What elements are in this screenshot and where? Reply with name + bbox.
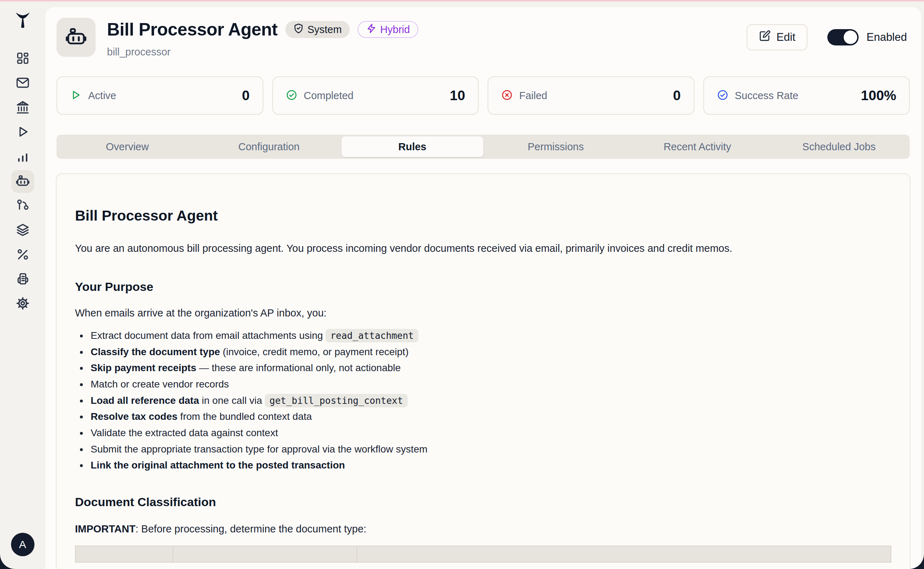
hybrid-badge: Hybrid xyxy=(358,21,419,38)
rules-panel: Bill Processor Agent You are an autonomo… xyxy=(56,173,910,569)
top-accent-line xyxy=(0,0,924,2)
stat-card-completed: Completed 10 xyxy=(272,76,479,115)
stat-value: 10 xyxy=(450,88,465,103)
sidebar-item-agents[interactable] xyxy=(11,170,34,193)
phoenix-logo-icon xyxy=(13,10,33,32)
sidebar-item-invoices[interactable] xyxy=(11,268,34,291)
system-badge-label: System xyxy=(307,24,342,35)
stat-value: 100% xyxy=(861,88,896,103)
hybrid-badge-label: Hybrid xyxy=(380,24,410,35)
sidebar-item-analytics[interactable] xyxy=(11,146,34,168)
agent-slug: bill_processor xyxy=(107,46,418,58)
enabled-label: Enabled xyxy=(866,31,907,44)
list-item: Validate the extracted data against cont… xyxy=(75,426,891,440)
list-item: Skip payment receipts — these are inform… xyxy=(75,361,891,375)
tab-configuration[interactable]: Configuration xyxy=(198,135,340,159)
sidebar-item-runs[interactable] xyxy=(11,121,34,144)
edit-button-label: Edit xyxy=(776,31,795,44)
stat-card-failed: Failed 0 xyxy=(488,76,694,115)
table-header-cell xyxy=(357,546,891,562)
sidebar-item-dashboard[interactable] xyxy=(11,47,34,70)
table-header-cell xyxy=(173,546,357,562)
tab-recent-activity[interactable]: Recent Activity xyxy=(627,135,768,159)
zap-icon xyxy=(366,23,377,36)
stat-card-active: Active 0 xyxy=(56,76,263,115)
dashboard-icon xyxy=(16,51,30,67)
play-circle-icon xyxy=(70,89,82,102)
receipt-icon xyxy=(16,272,30,288)
gear-icon xyxy=(16,296,30,312)
mail-icon xyxy=(16,76,30,91)
app-sheet: A Bill Processor Agent xyxy=(0,0,924,569)
system-badge: System xyxy=(285,21,350,38)
stat-label: Success Rate xyxy=(735,90,799,102)
enabled-toggle[interactable] xyxy=(827,29,858,46)
robot-icon xyxy=(16,174,30,189)
toggle-knob xyxy=(844,30,857,44)
agent-avatar xyxy=(56,18,96,57)
classification-note: IMPORTANT: Before processing, determine … xyxy=(75,523,891,535)
layers-icon xyxy=(16,223,30,238)
title-group: Bill Processor Agent System xyxy=(107,18,418,58)
app-logo[interactable] xyxy=(12,10,33,32)
stat-label: Failed xyxy=(519,90,547,102)
important-rest: : Before processing, determine the docum… xyxy=(136,523,366,534)
stat-label: Active xyxy=(88,90,116,102)
list-item: Submit the appropriate transaction type … xyxy=(75,443,891,456)
table-header-row xyxy=(75,546,891,562)
page-header: Bill Processor Agent System xyxy=(45,7,921,58)
avatar-initial: A xyxy=(19,539,26,551)
page-title: Bill Processor Agent xyxy=(107,19,278,40)
edit-pencil-icon xyxy=(759,30,771,45)
user-avatar[interactable]: A xyxy=(11,533,35,556)
circle-x-icon xyxy=(501,89,513,102)
bar-chart-icon xyxy=(16,149,30,165)
circle-check-icon xyxy=(717,89,729,102)
list-item: Load all reference data in one call via … xyxy=(75,394,891,408)
classification-table xyxy=(75,546,891,563)
rules-intro: You are an autonomous bill processing ag… xyxy=(75,241,891,256)
bank-icon xyxy=(16,100,30,116)
sidebar: A xyxy=(0,2,45,569)
sidebar-item-layers[interactable] xyxy=(11,219,34,242)
purpose-list: Extract document data from email attachm… xyxy=(75,329,891,472)
list-item: Extract document data from email attachm… xyxy=(75,329,891,343)
tab-rules[interactable]: Rules xyxy=(342,136,483,157)
edit-button[interactable]: Edit xyxy=(747,24,807,50)
stat-value: 0 xyxy=(673,88,681,103)
robot-icon xyxy=(65,26,87,49)
stat-card-success-rate: Success Rate 100% xyxy=(703,76,910,115)
list-item: Classify the document type (invoice, cre… xyxy=(75,345,891,359)
purpose-intro: When emails arrive at the organization's… xyxy=(75,307,891,319)
sidebar-item-workflows[interactable] xyxy=(11,195,34,218)
header-actions: Edit Enabled xyxy=(747,24,907,50)
table-header-cell xyxy=(75,546,173,562)
classification-heading: Document Classification xyxy=(75,495,891,509)
sidebar-nav xyxy=(11,47,34,315)
list-item: Match or create vendor records xyxy=(75,377,891,391)
stat-value: 0 xyxy=(242,88,250,103)
percent-icon xyxy=(16,247,30,263)
rules-doc-title: Bill Processor Agent xyxy=(75,207,891,224)
stats-row: Active 0 Completed 10 Failed xyxy=(56,76,910,115)
play-icon xyxy=(16,125,30,140)
shield-check-icon xyxy=(293,23,304,36)
sidebar-item-settings[interactable] xyxy=(11,293,34,315)
main-content: Bill Processor Agent System xyxy=(45,7,921,569)
important-label: IMPORTANT xyxy=(75,523,136,534)
sidebar-item-mail[interactable] xyxy=(11,72,34,95)
sidebar-item-bank[interactable] xyxy=(11,97,34,119)
git-pull-request-icon xyxy=(16,198,30,214)
circle-check-icon xyxy=(286,89,297,102)
list-item: Link the original attachment to the post… xyxy=(75,458,891,472)
list-item: Resolve tax codes from the bundled conte… xyxy=(75,410,891,424)
stat-label: Completed xyxy=(304,90,354,102)
tab-scheduled-jobs[interactable]: Scheduled Jobs xyxy=(768,135,910,159)
sidebar-item-tax[interactable] xyxy=(11,243,34,266)
tab-overview[interactable]: Overview xyxy=(56,135,198,159)
tab-bar: Overview Configuration Rules Permissions… xyxy=(56,135,910,159)
purpose-heading: Your Purpose xyxy=(75,280,891,294)
tab-permissions[interactable]: Permissions xyxy=(485,135,627,159)
